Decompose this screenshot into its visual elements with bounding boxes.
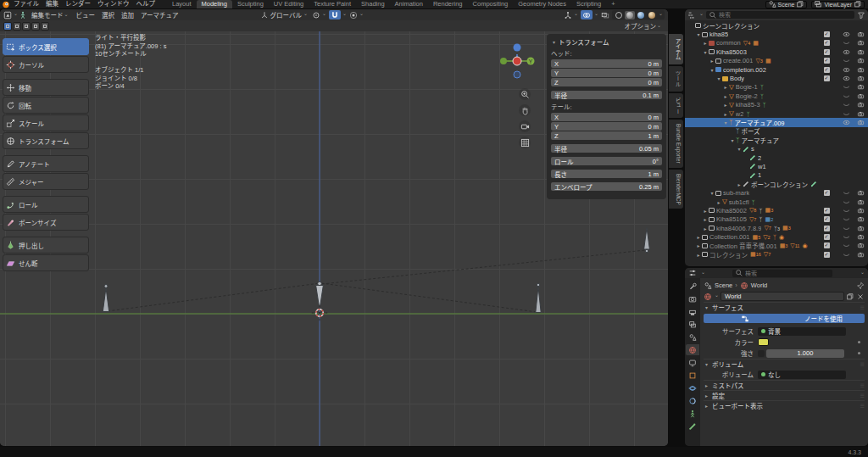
expand-arrow-icon[interactable]: ▸ (715, 199, 722, 205)
camera-icon[interactable] (857, 92, 865, 100)
expand-arrow-icon[interactable]: ▾ (736, 146, 743, 152)
tool-button[interactable]: カーソル (3, 56, 89, 73)
expand-arrow-icon[interactable]: ▸ (702, 216, 709, 222)
tool-button[interactable]: ボックス選択 (3, 38, 89, 55)
strength-slider[interactable]: 1.000 (766, 349, 844, 358)
select-mode-extend[interactable] (13, 22, 21, 31)
filter-icon[interactable] (857, 11, 865, 20)
outliner-row[interactable]: 1 (685, 171, 868, 180)
outliner-row[interactable]: ▾ᛉアーマチュア.009 (685, 118, 868, 126)
checkbox-icon[interactable]: ✓ (824, 208, 830, 214)
tool-button[interactable]: ボーンサイズ (3, 214, 89, 231)
eye-icon[interactable] (843, 31, 850, 38)
properties-tab-bone-prop[interactable] (686, 421, 699, 432)
eye-icon[interactable] (843, 66, 850, 74)
properties-tab-output[interactable] (686, 306, 699, 317)
workspace-tab-modeling[interactable]: Modeling (197, 0, 232, 8)
camera-icon[interactable] (857, 198, 865, 206)
volume-section-header[interactable]: ▾ボリューム☰ (704, 359, 865, 369)
transform-field[interactable]: Z0 m (551, 78, 662, 86)
eye-closed-icon[interactable] (843, 110, 850, 118)
expand-arrow-icon[interactable]: ▾ (695, 31, 702, 37)
ortho-grid-button[interactable] (519, 137, 531, 148)
viewport-menu-item[interactable]: アーマチュア (137, 10, 181, 20)
properties-tab-object[interactable] (686, 370, 699, 381)
expand-arrow-icon[interactable]: ▸ (709, 58, 715, 64)
tool-button[interactable]: 回転 (3, 97, 89, 114)
outliner-row[interactable]: ▾kiha85✓ (685, 30, 868, 38)
properties-editor-icon[interactable] (688, 269, 697, 277)
viewlayer-selector[interactable]: ViewLayer (811, 1, 865, 8)
transform-field[interactable]: X0 m (551, 113, 662, 121)
transform-field[interactable]: 長さ1 m (551, 170, 662, 178)
properties-tab-screen[interactable] (686, 357, 699, 368)
sidebar-tab-アイテム[interactable]: アイテム (669, 34, 683, 64)
camera-icon[interactable] (857, 225, 865, 232)
bone[interactable] (644, 228, 650, 253)
tool-button[interactable]: スケール (3, 114, 89, 131)
camera-icon[interactable] (857, 48, 865, 56)
outliner-row[interactable]: 2 (685, 153, 868, 162)
outliner-search[interactable] (706, 11, 854, 19)
camera-icon[interactable] (857, 189, 865, 197)
camera-icon[interactable] (857, 39, 865, 47)
expand-arrow-icon[interactable]: ▸ (702, 226, 709, 231)
gizmo-z-axis[interactable] (514, 44, 521, 52)
workspace-tab-rendering[interactable]: Rendering (428, 0, 468, 8)
copy-icon[interactable] (796, 0, 804, 8)
outliner-row[interactable]: ▸▽kiha85-3ᛉ (685, 101, 868, 109)
select-mode-invert[interactable] (31, 22, 40, 31)
tool-button[interactable]: せん断 (3, 254, 89, 271)
expand-arrow-icon[interactable]: ▾ (722, 120, 729, 125)
tool-button[interactable]: 押し出し (3, 237, 89, 254)
checkbox-icon[interactable]: ✓ (824, 252, 830, 258)
expand-arrow-icon[interactable]: ▸ (695, 234, 702, 240)
color-swatch[interactable] (758, 338, 769, 346)
breadcrumb-scene[interactable]: Scene (715, 281, 732, 289)
close-icon[interactable] (856, 293, 865, 301)
expand-arrow-icon[interactable]: ▾ (709, 190, 715, 196)
tool-button[interactable]: メジャー (3, 173, 89, 190)
blender-logo-icon[interactable] (2, 0, 10, 8)
outliner-row[interactable]: ▸common▽4▦✓ (685, 39, 868, 47)
expand-arrow-icon[interactable]: ▸ (695, 242, 702, 248)
workspace-tab-animation[interactable]: Animation (390, 0, 428, 8)
expand-arrow-icon[interactable]: ▸ (722, 102, 729, 108)
checkbox-icon[interactable]: ✓ (824, 49, 830, 55)
transform-field[interactable]: Y0 m (551, 122, 662, 131)
select-mode-intersect[interactable] (41, 22, 49, 31)
outliner-row[interactable]: ▸▽Bogie-2ᛉ (685, 92, 868, 100)
bone[interactable] (536, 283, 541, 312)
add-workspace-tab[interactable]: + (606, 0, 620, 8)
transform-field[interactable]: エンベロープ0.25 m (551, 182, 662, 191)
camera-icon[interactable] (857, 101, 865, 109)
outliner-row[interactable]: ▾Body✓ (685, 74, 868, 82)
outliner-row[interactable]: ▾completion.002✓ (685, 65, 868, 74)
viewport-menu-item[interactable]: 追加 (118, 10, 137, 20)
properties-tab-render[interactable] (686, 293, 699, 304)
checkbox-icon[interactable]: ✓ (824, 40, 830, 46)
outliner-row[interactable]: ▾sub-mark✓ (685, 188, 868, 197)
properties-search-input[interactable] (745, 270, 830, 276)
expand-arrow-icon[interactable]: ▾ (702, 49, 709, 55)
properties-tab-scene[interactable] (686, 332, 699, 343)
tool-button[interactable]: 移動 (3, 79, 89, 96)
expand-arrow-icon[interactable]: ▸ (695, 252, 702, 258)
eye-closed-icon[interactable] (843, 189, 850, 197)
camera-icon[interactable] (857, 31, 865, 38)
eye-icon[interactable] (843, 75, 850, 82)
gizmo-x-axis[interactable] (513, 57, 521, 65)
eye-icon[interactable] (843, 119, 850, 126)
menubar-item[interactable]: ヘルプ (133, 0, 159, 8)
outliner-row[interactable]: ▸Kiha85105▽7ᛉ▦2✓ (685, 215, 868, 224)
eye-closed-icon[interactable] (843, 207, 850, 215)
outliner-row[interactable]: ▸kiha84006.7.8.9▽7ᛉ3▦3✓ (685, 224, 868, 232)
eye-icon[interactable] (843, 48, 850, 56)
mode-dropdown[interactable]: 編集モード (28, 10, 72, 20)
shading-rendered-button[interactable] (647, 11, 657, 20)
sidebar-tab-ビュー[interactable]: ビュー (669, 93, 683, 119)
workspace-tab-uv-editing[interactable]: UV Editing (269, 0, 309, 8)
sidebar-tab-ツール[interactable]: ツール (669, 66, 683, 92)
transform-field[interactable]: ロール0° (551, 157, 662, 165)
transform-field[interactable]: 半径0.1 m (551, 91, 662, 99)
